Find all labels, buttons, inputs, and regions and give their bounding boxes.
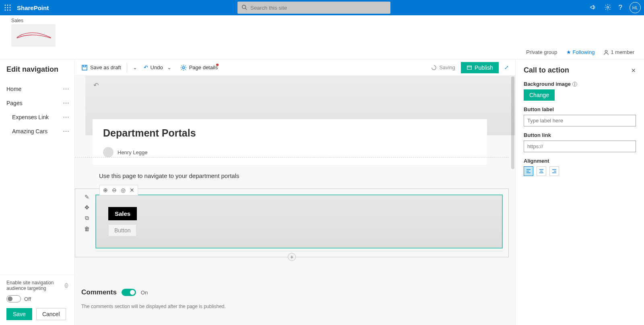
comments-note: The comments section will be displayed a… <box>81 304 509 309</box>
more-icon[interactable]: ⋯ <box>63 85 70 93</box>
close-pane-icon[interactable]: ✕ <box>631 67 636 74</box>
page-title[interactable]: Department Portals <box>103 127 477 139</box>
search-box[interactable] <box>237 2 390 14</box>
align-right-button[interactable] <box>549 166 559 176</box>
webpart-block: ⊕ ⊖ ◎ ✕ ✎ ✥ ⧉ 🗑 Sales Button <box>75 188 509 257</box>
nav-cancel-button[interactable]: Cancel <box>36 308 66 320</box>
members-link[interactable]: 1 member <box>603 49 634 55</box>
following-toggle[interactable]: ★ Following <box>566 49 595 55</box>
cta-button-placeholder[interactable]: Button <box>108 224 136 236</box>
call-to-action-webpart[interactable]: Sales Button <box>95 195 503 248</box>
save-draft-dropdown[interactable]: ⌄ <box>133 64 137 70</box>
cta-section: + ✎ ✥ ⧉ 🗑 ⊕ ⊖ ◎ ✕ ✎ ✥ ⧉ <box>75 188 509 257</box>
cta-title-input[interactable]: Sales <box>108 207 137 220</box>
button-label-input[interactable] <box>524 115 636 126</box>
nav-item-home[interactable]: Home⋯ <box>6 82 74 96</box>
comments-region: Comments On The comments section will be… <box>81 288 509 309</box>
clear-banner-icon[interactable]: ↶ <box>93 81 99 89</box>
nav-item-expenses[interactable]: Expenses Link⋯ <box>6 110 74 124</box>
svg-point-5 <box>10 7 11 8</box>
move-webpart-icon[interactable]: ✥ <box>83 204 91 211</box>
svg-point-6 <box>5 10 6 11</box>
audience-targeting-label: Enable site navigation audience targetin… <box>6 280 68 291</box>
add-webpart-button[interactable]: + <box>288 253 296 261</box>
svg-rect-15 <box>467 66 472 69</box>
site-logo[interactable] <box>11 24 56 47</box>
author-avatar <box>103 147 114 157</box>
megaphone-icon[interactable] <box>590 4 597 12</box>
svg-point-4 <box>7 7 8 8</box>
toggle-label: Off <box>24 296 31 302</box>
svg-point-2 <box>10 5 11 6</box>
more-icon[interactable]: ⋯ <box>63 113 70 121</box>
page-details-button[interactable]: Page details <box>180 64 218 71</box>
suite-bar: SharePoint ? HL <box>0 0 644 15</box>
align-left-button[interactable] <box>524 166 533 176</box>
button-link-input[interactable] <box>524 141 636 152</box>
page-canvas: ↶ Department Portals Henry Legge + Use t… <box>75 76 515 325</box>
command-bar: Save as draft ⌄ ↶ Undo ⌄ Page details Sa… <box>75 60 515 76</box>
svg-point-1 <box>7 5 8 6</box>
info-icon[interactable]: i <box>65 283 68 288</box>
svg-line-10 <box>246 8 247 10</box>
spinner-icon <box>431 65 437 70</box>
more-icon[interactable]: ⋯ <box>63 127 70 135</box>
site-name: Sales <box>11 18 56 23</box>
publish-button[interactable]: Publish <box>461 62 499 73</box>
alignment-heading: Alignment <box>524 158 636 164</box>
edit-webpart-icon[interactable]: ✎ <box>83 194 91 200</box>
app-name[interactable]: SharePoint <box>17 4 49 11</box>
title-area[interactable]: Department Portals Henry Legge <box>93 119 487 165</box>
zoom-out-icon[interactable]: ⊖ <box>112 187 117 193</box>
svg-point-12 <box>605 50 607 52</box>
change-image-button[interactable]: Change <box>524 89 555 101</box>
gear-icon[interactable] <box>604 4 611 12</box>
svg-point-3 <box>5 7 6 8</box>
zoom-in-icon[interactable]: ⊕ <box>103 187 108 193</box>
image-toolbar: ⊕ ⊖ ◎ ✕ <box>99 185 138 195</box>
svg-point-8 <box>10 10 11 11</box>
svg-point-9 <box>242 5 246 8</box>
button-label-heading: Button label <box>524 106 636 112</box>
search-icon <box>242 4 247 11</box>
remove-image-icon[interactable]: ✕ <box>130 187 134 193</box>
star-icon: ★ <box>566 49 571 55</box>
scrollbar[interactable] <box>511 77 514 169</box>
comments-toggle[interactable] <box>122 289 136 296</box>
bg-image-label: Background image i <box>524 81 636 87</box>
app-launcher-icon[interactable] <box>0 0 15 15</box>
search-input[interactable] <box>250 5 386 11</box>
svg-point-14 <box>182 66 184 68</box>
publish-icon <box>466 65 472 70</box>
nav-footer: Enable site navigation audience targetin… <box>0 275 74 325</box>
svg-point-7 <box>7 10 8 11</box>
save-as-draft-button[interactable]: Save as draft <box>81 64 121 71</box>
save-icon <box>81 64 88 71</box>
duplicate-webpart-icon[interactable]: ⧉ <box>83 215 91 221</box>
intro-text-webpart[interactable]: Use this page to navigate to your depart… <box>99 172 239 179</box>
audience-targeting-toggle[interactable] <box>6 295 21 302</box>
author-name: Henry Legge <box>118 149 147 155</box>
expand-icon[interactable]: ⤢ <box>504 64 509 70</box>
help-icon[interactable]: ? <box>619 4 622 12</box>
svg-rect-13 <box>82 65 87 70</box>
delete-webpart-icon[interactable]: 🗑 <box>83 226 91 232</box>
person-icon <box>603 50 609 55</box>
nav-item-pages[interactable]: Pages⋯ <box>6 96 74 110</box>
pane-title: Call to action <box>524 66 569 75</box>
svg-point-0 <box>5 5 6 6</box>
undo-dropdown[interactable]: ⌄ <box>167 64 171 70</box>
webpart-toolbar: ✎ ✥ ⧉ 🗑 <box>83 194 91 232</box>
align-center-button[interactable] <box>537 166 546 176</box>
saving-indicator: Saving <box>431 64 455 70</box>
undo-button[interactable]: ↶ Undo <box>144 64 163 70</box>
nav-save-button[interactable]: Save <box>6 308 32 320</box>
site-metadata: Private group ★ Following 1 member <box>526 49 634 55</box>
info-icon[interactable]: i <box>572 82 577 87</box>
focal-point-icon[interactable]: ◎ <box>121 187 126 193</box>
comments-toggle-label: On <box>141 290 148 296</box>
user-avatar[interactable]: HL <box>630 2 641 13</box>
more-icon[interactable]: ⋯ <box>63 99 70 107</box>
nav-item-amazing-cars[interactable]: Amazing Cars⋯ <box>6 124 74 138</box>
suite-right-icons: ? HL <box>590 0 641 15</box>
